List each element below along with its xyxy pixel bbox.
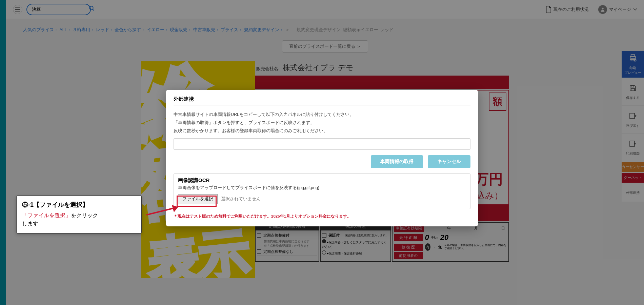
svg-marker-12 — [173, 206, 177, 211]
external-link-modal: 外部連携 中古車情報サイトの車両情報URLをコピーして以下の入力パネルに貼り付け… — [166, 90, 478, 226]
ocr-desc: 車両画像をアップロードしてプライスボードに値を反映する(jpg,gif,png) — [178, 185, 466, 191]
svg-line-11 — [146, 207, 177, 215]
ocr-title: 画像認識OCR — [178, 177, 466, 184]
modal-footnote: ＊現在はテスト版のため無料でご利用いただけます。2025年1月よりオプション料金… — [174, 214, 470, 219]
modal-title: 外部連携 — [174, 96, 470, 105]
callout-body: 「ファイルを選択」をクリック します — [22, 211, 136, 228]
file-select-button[interactable]: ファイルを選択 — [178, 194, 218, 204]
url-input[interactable] — [174, 138, 470, 150]
ocr-section: 画像認識OCR 車両画像をアップロードしてプライスボードに値を反映する(jpg,… — [174, 174, 470, 209]
cancel-button[interactable]: キャンセル — [428, 155, 470, 168]
tutorial-arrow — [146, 205, 184, 218]
callout-title: ⑤-1【ファイルを選択】 — [22, 201, 136, 209]
modal-text: 中古車情報サイトの車両情報URLをコピーして以下の入力パネルに貼り付けしてくださ… — [174, 111, 470, 135]
file-status: 選択されていません — [221, 196, 261, 202]
fetch-vehicle-info-button[interactable]: 車両情報の取得 — [371, 155, 423, 168]
tutorial-callout: ⑤-1【ファイルを選択】 「ファイルを選択」をクリック します — [16, 196, 142, 233]
